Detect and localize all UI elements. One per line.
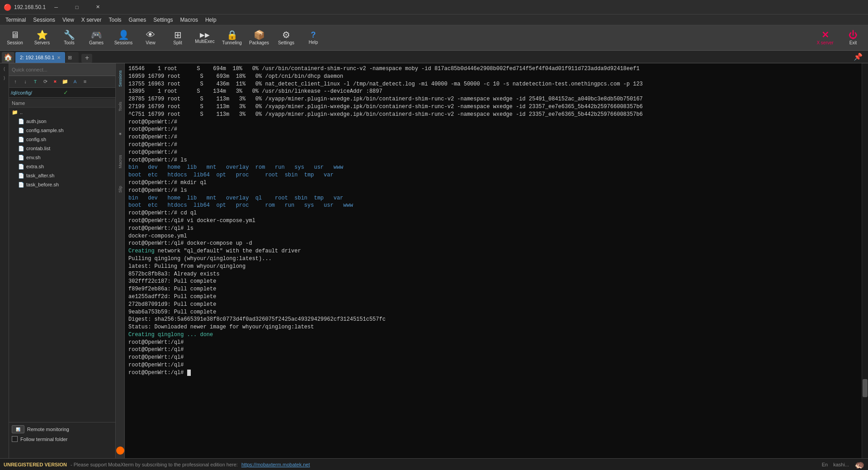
tree-item-config[interactable]: 📄 config.sh xyxy=(9,135,115,144)
scrollbar-thumb[interactable] xyxy=(863,379,868,397)
tab-pin-icon[interactable]: 📌 xyxy=(854,52,863,62)
file-icon-task-before: 📄 xyxy=(18,182,24,188)
file-up-button[interactable]: ↑ xyxy=(11,77,20,86)
follow-folder-option: Follow terminal folder xyxy=(12,436,113,442)
tree-item-crontab[interactable]: 📄 crontab.list xyxy=(9,144,115,153)
side-tab-tools[interactable]: Tools xyxy=(116,93,124,120)
terminal-line: 16959 16799 root S 693m 18% 0% /opt/cni/… xyxy=(128,73,858,81)
file-text-button[interactable]: T xyxy=(31,77,40,86)
tab-session-2-icon: ⊞ xyxy=(68,55,72,61)
terminal-line: root@OpenWrt:/# xyxy=(128,119,858,126)
tab-home[interactable]: 🏠 xyxy=(2,52,14,63)
tree-item-auth[interactable]: 📄 auth.json xyxy=(9,117,115,126)
session-label: Session xyxy=(7,40,23,45)
tree-item-env-label: env.sh xyxy=(26,155,41,160)
games-button[interactable]: 🎮 Games xyxy=(83,27,109,49)
tab-new-button[interactable]: + xyxy=(81,54,92,63)
left-icon-2[interactable]: ⟩ xyxy=(0,74,9,82)
file-refresh-button[interactable]: ⟳ xyxy=(41,77,50,86)
file-menu-button[interactable]: ≡ xyxy=(80,77,90,86)
settings-icon: ⚙ xyxy=(282,30,290,39)
split-button[interactable]: ⊞ Split xyxy=(165,27,191,49)
tab-session-1[interactable]: 2: 192.168.50.1 ✕ xyxy=(15,52,65,63)
follow-folder-label: Follow terminal folder xyxy=(20,437,68,442)
file-tree-header-label: Name xyxy=(12,100,25,106)
sessions-button[interactable]: 👤 Sessions xyxy=(110,27,137,49)
terminal-line: 9eab6a753b59: Pull complete xyxy=(128,309,858,316)
packages-label: Packages xyxy=(249,40,269,45)
quick-connect-bar xyxy=(9,63,115,76)
menu-tools[interactable]: Tools xyxy=(105,14,125,25)
terminal-line: 27199 16799 root S 113m 3% 0% /xyapp/min… xyxy=(128,103,858,111)
multiexec-button[interactable]: ▶▶ MultiExec xyxy=(192,27,218,49)
menu-settings[interactable]: Settings xyxy=(150,14,176,25)
terminal-content[interactable]: 16546 1 root S 694m 18% 0% /usr/bin/cont… xyxy=(125,63,862,458)
xserver-icon: ✕ xyxy=(821,30,829,39)
terminal-line: 13895 1 root S 134m 3% 0% /usr/sbin/link… xyxy=(128,88,858,95)
menu-help[interactable]: Help xyxy=(202,14,220,25)
tunneling-button[interactable]: 🔒 Tunneling xyxy=(219,27,245,49)
tab-session-2[interactable]: ⊞ xyxy=(66,52,79,63)
menu-sessions[interactable]: Sessions xyxy=(29,14,59,25)
file-a-button[interactable]: A xyxy=(71,77,80,86)
tools-label: Tools xyxy=(64,40,74,45)
side-tab-macros[interactable]: Macros xyxy=(116,148,124,175)
tree-item-extra[interactable]: 📄 extra.sh xyxy=(9,162,115,171)
left-icon-1[interactable]: ⟨ xyxy=(0,65,9,73)
settings-label: Settings xyxy=(278,40,294,45)
terminal-line: 272bd87091d9: Pull complete xyxy=(128,301,858,309)
tree-item-config-sample[interactable]: 📄 config.sample.sh xyxy=(9,126,115,135)
tree-item-dotdot[interactable]: 📁 .. xyxy=(9,108,115,117)
games-label: Games xyxy=(89,40,104,45)
servers-icon: ⭐ xyxy=(37,30,48,39)
tree-item-task-before[interactable]: 📄 task_before.sh xyxy=(9,180,115,189)
status-user: kashi... xyxy=(833,462,849,467)
close-button[interactable]: ✕ xyxy=(87,0,108,14)
exit-button[interactable]: ⏻ Exit xyxy=(840,27,866,49)
file-icon-config-sample: 📄 xyxy=(18,128,24,133)
maximize-button[interactable]: □ xyxy=(66,0,87,14)
servers-label: Servers xyxy=(34,40,50,45)
status-message: - Please support MobaXterm by subscribin… xyxy=(71,462,238,467)
minimize-button[interactable]: ─ xyxy=(46,0,66,14)
side-tab-slip[interactable]: Slip xyxy=(116,176,124,203)
tree-item-env[interactable]: 📄 env.sh xyxy=(9,153,115,162)
tools-button[interactable]: 🔧 Tools xyxy=(56,27,82,49)
terminal-scrollbar[interactable] xyxy=(862,63,868,458)
tab-close-1[interactable]: ✕ xyxy=(57,55,61,60)
tree-item-task-after[interactable]: 📄 task_after.sh xyxy=(9,171,115,180)
follow-folder-checkbox[interactable] xyxy=(12,436,18,442)
file-down-button[interactable]: ↓ xyxy=(21,77,30,86)
menu-view[interactable]: View xyxy=(59,14,78,25)
terminal-line: root@OpenWrt:/ql# ls xyxy=(128,225,858,233)
file-folder-button[interactable]: 📁 xyxy=(61,77,70,86)
menu-macros[interactable]: Macros xyxy=(177,14,202,25)
quick-connect-input[interactable] xyxy=(12,67,113,72)
file-icon-env: 📄 xyxy=(18,155,24,161)
help-button[interactable]: ? Help xyxy=(300,27,326,49)
file-tree: Name 📁 .. 📄 auth.json 📄 config.sample.sh… xyxy=(9,98,115,422)
side-tab-sessions[interactable]: Sessions xyxy=(116,65,124,92)
packages-button[interactable]: 📦 Packages xyxy=(246,27,272,49)
settings-button[interactable]: ⚙ Settings xyxy=(273,27,299,49)
status-unregistered-text: UNREGISTERED VERSION xyxy=(4,462,67,467)
terminal-line: ^C751 16799 root S 113m 3% 0% /xyapp/min… xyxy=(128,111,858,119)
terminal-line: 16546 1 root S 694m 18% 0% /usr/bin/cont… xyxy=(128,65,858,73)
servers-button[interactable]: ⭐ Servers xyxy=(29,27,55,49)
tree-item-task-after-label: task_after.sh xyxy=(26,173,54,178)
xserver-button[interactable]: ✕ X server xyxy=(812,27,838,49)
help-icon: ? xyxy=(311,31,316,39)
side-tab-favorites[interactable]: ★ xyxy=(116,120,124,147)
menu-xserver[interactable]: X server xyxy=(78,14,105,25)
menu-terminal[interactable]: Terminal xyxy=(2,14,29,25)
exit-label: Exit xyxy=(849,40,857,45)
menu-games[interactable]: Games xyxy=(125,14,150,25)
terminal-line: 28785 16799 root S 113m 3% 0% /xyapp/min… xyxy=(128,95,858,103)
status-link[interactable]: https://mobaxterm.mobatek.net xyxy=(241,462,310,467)
view-button[interactable]: 👁 View xyxy=(137,27,164,49)
side-tab-dot[interactable] xyxy=(116,446,124,455)
tree-item-config-sample-label: config.sample.sh xyxy=(26,128,64,133)
remote-monitoring-button[interactable]: 📊 Remote monitoring xyxy=(12,425,113,433)
file-close-button[interactable]: ✖ xyxy=(51,77,60,86)
session-button[interactable]: 🖥 Session xyxy=(2,27,28,49)
